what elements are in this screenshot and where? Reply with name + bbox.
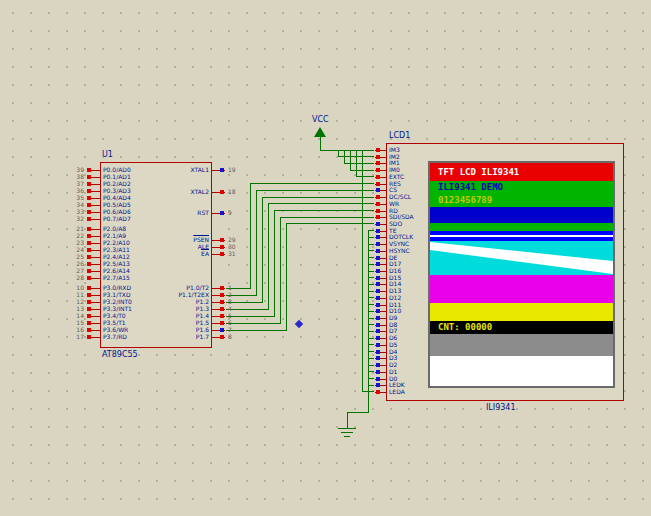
- lcd-ref-label: LCD1: [389, 132, 410, 140]
- pin-state-indicator: [220, 328, 224, 332]
- pin-state-indicator: [87, 203, 91, 207]
- pin-state-indicator: [87, 255, 91, 259]
- pin-state-indicator: [376, 303, 380, 307]
- pin-state-indicator: [220, 307, 224, 311]
- pin-number: 17: [62, 334, 84, 340]
- pin-state-indicator: [87, 196, 91, 200]
- pin-state-indicator: [87, 262, 91, 266]
- pin-state-indicator: [87, 269, 91, 273]
- pin-state-indicator: [376, 168, 380, 172]
- pin-state-indicator: [87, 293, 91, 297]
- wire[interactable]: [226, 211, 374, 317]
- pin-state-indicator: [87, 182, 91, 186]
- pin-state-indicator: [87, 210, 91, 214]
- pin-name: XTAL1: [125, 167, 209, 173]
- wire[interactable]: [226, 190, 374, 295]
- pin-number: 28: [62, 275, 84, 281]
- pin-name: WR: [389, 201, 399, 207]
- pin-name: PSEN: [125, 237, 209, 243]
- pin-state-indicator: [376, 377, 380, 381]
- wire[interactable]: [320, 137, 374, 150]
- pin-state-indicator: [87, 189, 91, 193]
- pin-state-indicator: [87, 300, 91, 304]
- wire[interactable]: [226, 217, 374, 323]
- u1-ref-label: U1: [102, 151, 113, 159]
- wire[interactable]: [226, 204, 374, 309]
- pin-state-indicator: [87, 168, 91, 172]
- pin-state-indicator: [87, 335, 91, 339]
- pin-state-indicator: [376, 296, 380, 300]
- pin-name: HSYNC: [389, 248, 410, 254]
- pin-name: XTAL2: [125, 189, 209, 195]
- pin-number: 8: [228, 334, 232, 340]
- u1-part-label: AT89C55: [102, 351, 138, 359]
- pin-state-indicator: [376, 316, 380, 320]
- pin-state-indicator: [87, 175, 91, 179]
- wire[interactable]: [226, 197, 374, 302]
- pin-state-indicator: [376, 235, 380, 239]
- lcd-screen-text: ILI9341 DEMO: [438, 181, 503, 194]
- pin-state-indicator: [87, 248, 91, 252]
- pin-state-indicator: [376, 202, 380, 206]
- pin-number: 31: [228, 251, 236, 257]
- lcd-screen-bar: [430, 241, 613, 275]
- pin-state-indicator: [87, 286, 91, 290]
- pin-state-indicator: [220, 190, 224, 194]
- pin-number: 18: [228, 189, 236, 195]
- lcd-screen-bar: ILI9341 DEMO: [430, 181, 613, 194]
- pin-state-indicator: [376, 262, 380, 266]
- pin-state-indicator: [220, 321, 224, 325]
- pin-name: P3.7/RD: [103, 334, 127, 340]
- pin-state-indicator: [87, 307, 91, 311]
- schematic-canvas[interactable]: U1 AT89C55 LCD1 TFT LCD ILI9341ILI9341 D…: [0, 0, 651, 516]
- pin-name: ALE: [125, 244, 209, 250]
- pin-state-indicator: [376, 289, 380, 293]
- pin-state-indicator: [376, 269, 380, 273]
- pin-name: P0.7/AD7: [103, 216, 131, 222]
- vcc-label: VCC: [312, 116, 329, 124]
- lcd-screen: TFT LCD ILI9341ILI9341 DEMO0123456789CNT…: [428, 161, 615, 388]
- lcd-screen-bar: [430, 223, 613, 231]
- pin-state-indicator: [376, 215, 380, 219]
- pin-state-indicator: [220, 211, 224, 215]
- pin-state-indicator: [376, 276, 380, 280]
- pin-state-indicator: [87, 217, 91, 221]
- pin-state-indicator: [376, 188, 380, 192]
- wire[interactable]: [226, 224, 374, 330]
- vcc-arrow-icon: [314, 127, 326, 137]
- pin-state-indicator: [87, 227, 91, 231]
- wire[interactable]: [226, 184, 374, 288]
- pin-state-indicator: [220, 168, 224, 172]
- pin-state-indicator: [376, 242, 380, 246]
- lcd-screen-bar: [430, 334, 613, 356]
- pin-name: RST: [125, 210, 209, 216]
- pin-state-indicator: [376, 383, 380, 387]
- pin-state-indicator: [87, 321, 91, 325]
- pin-name: P1.7: [125, 334, 209, 340]
- pin-state-indicator: [220, 335, 224, 339]
- lcd-screen-text: TFT LCD ILI9341: [438, 163, 519, 181]
- pin-name: D12: [389, 295, 401, 301]
- lcd-screen-bar: [430, 275, 613, 303]
- pin-state-indicator: [376, 323, 380, 327]
- pin-state-indicator: [220, 286, 224, 290]
- pin-state-indicator: [376, 161, 380, 165]
- pin-number: 9: [228, 210, 232, 216]
- pin-state-indicator: [376, 282, 380, 286]
- lcd-screen-text: CNT: 00000: [438, 321, 492, 334]
- pin-state-indicator: [376, 155, 380, 159]
- white-wedge: [430, 241, 613, 275]
- pin-state-indicator: [376, 390, 380, 394]
- pin-state-indicator: [87, 241, 91, 245]
- pin-state-indicator: [376, 209, 380, 213]
- pin-state-indicator: [376, 195, 380, 199]
- lcd-screen-bar: [430, 207, 613, 223]
- wire[interactable]: [347, 231, 368, 428]
- pin-state-indicator: [376, 309, 380, 313]
- lcd-screen-bar: [430, 303, 613, 321]
- pin-name: D5: [389, 342, 397, 348]
- lcd-screen-bar: CNT: 00000: [430, 321, 613, 334]
- pin-state-indicator: [220, 293, 224, 297]
- pin-state-indicator: [220, 300, 224, 304]
- pin-name: P2.7/A15: [103, 275, 130, 281]
